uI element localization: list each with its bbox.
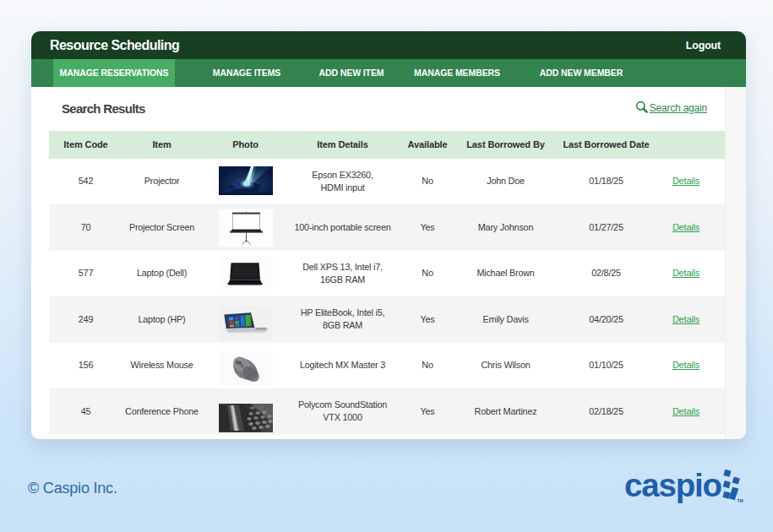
svg-text:TM: TM — [738, 498, 743, 503]
svg-text:caspio: caspio — [624, 467, 721, 503]
